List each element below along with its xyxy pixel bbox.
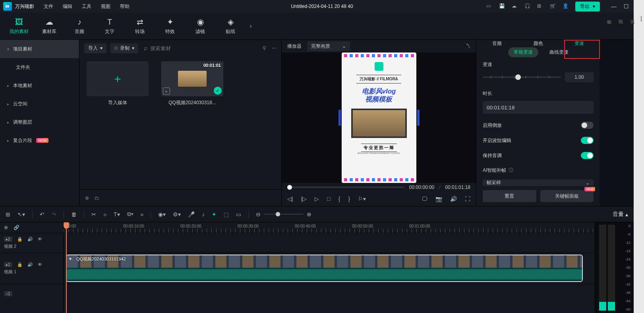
quality-dropdown[interactable]: 完整画质⌄: [307, 41, 350, 51]
mark-in-icon[interactable]: {: [338, 196, 340, 202]
record-dropdown[interactable]: 录制▾: [110, 43, 138, 53]
slider-knob[interactable]: [515, 74, 521, 80]
speed-value[interactable]: 1.00: [565, 72, 594, 82]
maximize-button[interactable]: ☐: [624, 3, 629, 10]
visible-icon[interactable]: 👁: [38, 262, 42, 267]
marker-dd-icon[interactable]: ⚐▾: [358, 196, 366, 202]
prev-clip-icon[interactable]: ◁|: [287, 196, 293, 202]
tab-my-media[interactable]: 🖼我的素材: [6, 17, 32, 35]
sidebar-item-project[interactable]: ▾项目素材: [0, 40, 79, 58]
device-icon[interactable]: ▭: [486, 3, 493, 10]
snapshot-icon[interactable]: 📷: [435, 196, 442, 202]
aspect-icon[interactable]: ▭: [236, 211, 241, 218]
keyframe-panel-button[interactable]: 关键帧面板NEW: [540, 190, 594, 202]
cursor-icon[interactable]: ↖▾: [17, 211, 25, 218]
sidebar-item-adjust[interactable]: ▸调整图层: [0, 113, 79, 131]
minimize-button[interactable]: —: [611, 3, 617, 10]
track-lane-video1[interactable]: ✦ QQ视频20240303181942: [64, 253, 595, 284]
tab-stock[interactable]: ☁素材库: [37, 17, 62, 35]
filter-icon[interactable]: ⚲: [263, 45, 266, 51]
zoom-in-icon[interactable]: ⊕: [307, 211, 311, 218]
duration-input[interactable]: [483, 101, 594, 114]
reverse-toggle[interactable]: [581, 122, 594, 129]
menu-tools[interactable]: 工具: [82, 3, 91, 10]
media-clip[interactable]: 00:01:01 ▸ ✓ QQ视频2024030318...: [161, 61, 223, 185]
export-button[interactable]: 导出▾: [575, 2, 600, 12]
tabs-more-icon[interactable]: ›: [249, 22, 252, 30]
step-back-icon[interactable]: |▷: [301, 196, 307, 202]
track-area[interactable]: 00:00 00:00:10:00 00:00:20:00 00:00:30:0…: [64, 222, 595, 313]
timeline-clip[interactable]: ✦ QQ视频20240303181942: [66, 255, 583, 282]
lock-icon[interactable]: 🔒: [17, 237, 23, 242]
info-icon[interactable]: ⓘ: [509, 167, 513, 174]
redo-icon[interactable]: ↷: [52, 211, 56, 218]
zoom-out-icon[interactable]: ⊖: [256, 211, 261, 218]
ai-frame-dropdown[interactable]: 帧采样⌄: [483, 179, 594, 186]
apps-icon[interactable]: ⊞: [537, 3, 543, 10]
visible-icon[interactable]: 👁: [38, 237, 42, 241]
stop-icon[interactable]: □: [327, 196, 330, 202]
tab-text[interactable]: T文字: [97, 17, 122, 35]
sidebar-item-cloud[interactable]: ▸云空间: [0, 95, 79, 113]
support-icon[interactable]: 🎧: [524, 3, 531, 10]
audio-icon[interactable]: 🔊: [450, 196, 457, 202]
display-icon[interactable]: 🖵: [422, 196, 427, 202]
tab-filter[interactable]: ◉滤镜: [188, 17, 213, 35]
reset-button[interactable]: 重置: [483, 190, 536, 202]
save-icon[interactable]: 💾: [499, 3, 505, 10]
text-tool-icon[interactable]: T▾: [114, 211, 120, 218]
mute-icon[interactable]: 🔊: [27, 237, 33, 242]
time-ruler[interactable]: 00:00 00:00:10:00 00:00:20:00 00:00:30:0…: [64, 222, 595, 233]
subtab-uniform-speed[interactable]: 常规变速: [508, 47, 538, 57]
tab-audio[interactable]: ♪音频: [67, 17, 92, 35]
account-icon[interactable]: 👤: [563, 3, 569, 10]
adjust-icon[interactable]: ⚙▾: [173, 211, 181, 218]
color-wheel-icon[interactable]: ◉▾: [158, 211, 166, 218]
crop-icon[interactable]: ⟐: [103, 211, 106, 218]
menu-file[interactable]: 文件: [44, 3, 53, 10]
layout-icon[interactable]: ⊞: [6, 211, 10, 218]
prop-tab-color[interactable]: 颜色: [518, 40, 559, 47]
speed-slider[interactable]: [483, 76, 561, 78]
add-track-icon[interactable]: ⊕: [4, 225, 8, 230]
cart-icon[interactable]: 🛒: [550, 3, 556, 10]
delete-icon[interactable]: 🗑: [71, 211, 77, 218]
preview-viewport[interactable]: 万兴喵影 // FILMORA 电影风vlog视频模板 专业更胜一筹 ZHUAN…: [282, 52, 476, 183]
mic-icon[interactable]: 🎤: [188, 211, 195, 218]
track-lane-audio[interactable]: [64, 284, 595, 303]
track-head-video2[interactable]: ▸2🔒🔊👁 视频 2: [0, 233, 63, 253]
track-head-audio[interactable]: ♪1: [0, 284, 63, 303]
mark-out-icon[interactable]: }: [348, 196, 350, 202]
sidebar-item-folder[interactable]: 文件夹: [0, 58, 79, 76]
scopes-icon[interactable]: 〽: [466, 43, 470, 49]
audio-tool-icon[interactable]: ♪: [202, 211, 205, 218]
cut-icon[interactable]: ✂: [91, 211, 96, 218]
more-icon[interactable]: ⋯: [272, 45, 277, 51]
media-add[interactable]: ＋ 导入媒体: [87, 61, 149, 185]
sidebar-item-compound[interactable]: ▸复合片段NEW: [0, 131, 79, 150]
scrub-knob[interactable]: [287, 185, 292, 190]
sidebar-item-local[interactable]: ▸本地素材: [0, 76, 79, 95]
playhead[interactable]: [66, 222, 67, 313]
track-lane-video2[interactable]: [64, 233, 595, 253]
play-icon[interactable]: ▷: [315, 196, 319, 202]
subtab-curve-speed[interactable]: 曲线变速: [549, 49, 569, 56]
lock-icon[interactable]: 🔒: [17, 262, 23, 267]
more-tools-icon[interactable]: »: [141, 211, 144, 218]
menu-edit[interactable]: 编辑: [63, 3, 72, 10]
tab-sticker[interactable]: ◈贴纸: [218, 17, 243, 35]
link-icon[interactable]: 🔗: [14, 225, 19, 230]
pitch-toggle[interactable]: [581, 152, 594, 159]
cloud-icon[interactable]: ☁: [512, 3, 518, 10]
tab-transition[interactable]: ⇄转场: [127, 17, 153, 35]
zoom-slider[interactable]: [264, 214, 304, 215]
new-bin-icon[interactable]: ⊕: [85, 195, 89, 201]
fullscreen-icon[interactable]: ⛶: [465, 196, 470, 202]
marker-icon[interactable]: ✦: [212, 211, 217, 218]
mute-icon[interactable]: 🔊: [27, 262, 33, 267]
undo-icon[interactable]: ↶: [40, 211, 44, 218]
menu-help[interactable]: 帮助: [120, 3, 130, 10]
copy-icon[interactable]: ⧉▾: [127, 211, 133, 218]
ripple-toggle[interactable]: [581, 137, 594, 144]
track-head-video1[interactable]: ▸1🔒🔊👁 视频 1: [0, 253, 63, 284]
